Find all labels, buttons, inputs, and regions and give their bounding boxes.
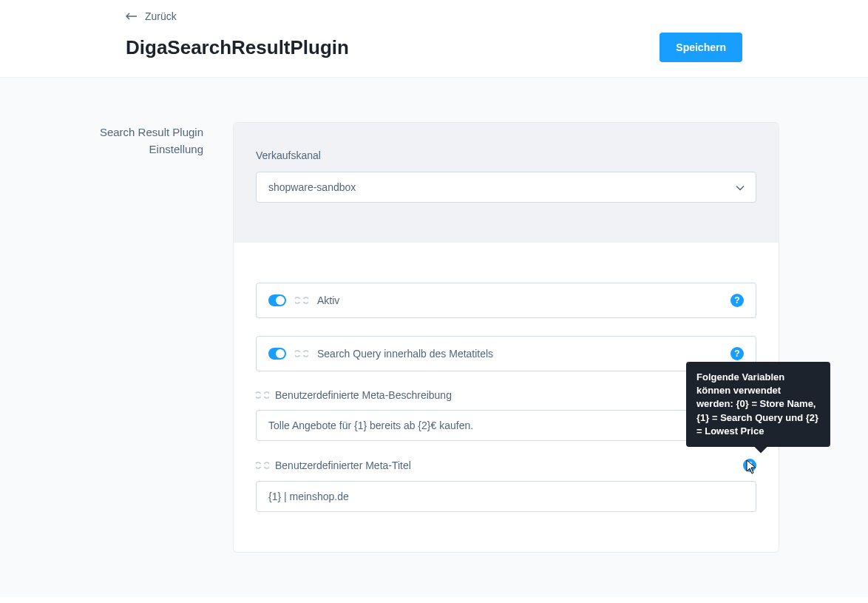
help-icon[interactable]: ?	[743, 459, 756, 472]
sales-channel-select[interactable]: shopware-sandbox	[256, 172, 756, 203]
inherit-icon	[256, 460, 269, 471]
active-toggle[interactable]	[268, 294, 286, 306]
meta-title-input[interactable]	[256, 481, 756, 512]
section-title: Search Result Plugin Einstellung	[89, 122, 203, 158]
tooltip: Folgende Variablen können verwendet werd…	[686, 362, 830, 447]
help-icon[interactable]: ?	[730, 347, 744, 360]
inherit-icon	[256, 390, 269, 400]
search-query-meta-toggle[interactable]	[268, 348, 286, 360]
page-title: DigaSearchResultPlugin	[126, 36, 349, 59]
meta-description-group: Benutzerdefinierte Meta-Beschreibung	[256, 389, 756, 441]
meta-description-input[interactable]	[256, 410, 756, 441]
help-icon[interactable]: ?	[730, 294, 744, 307]
inherit-icon	[295, 348, 308, 359]
meta-title-group: Benutzerdefinierter Meta-Titel ? Folgend…	[256, 459, 756, 512]
active-toggle-label: Aktiv	[317, 294, 722, 306]
sales-channel-label: Verkaufskanal	[256, 149, 756, 161]
save-button[interactable]: Speichern	[660, 33, 742, 62]
meta-description-label: Benutzerdefinierte Meta-Beschreibung	[275, 389, 452, 401]
settings-card: Verkaufskanal shopware-sandbox Aktiv ?	[233, 122, 779, 553]
back-link[interactable]: Zurück	[126, 10, 177, 22]
arrow-left-icon	[126, 12, 138, 21]
meta-title-label: Benutzerdefinierter Meta-Titel	[275, 459, 411, 471]
active-toggle-row: Aktiv ?	[256, 283, 756, 318]
inherit-icon	[295, 295, 308, 306]
back-label: Zurück	[145, 10, 177, 22]
search-query-meta-toggle-label: Search Query innerhalb des Metatitels	[317, 348, 722, 360]
search-query-meta-toggle-row: Search Query innerhalb des Metatitels ?	[256, 336, 756, 371]
